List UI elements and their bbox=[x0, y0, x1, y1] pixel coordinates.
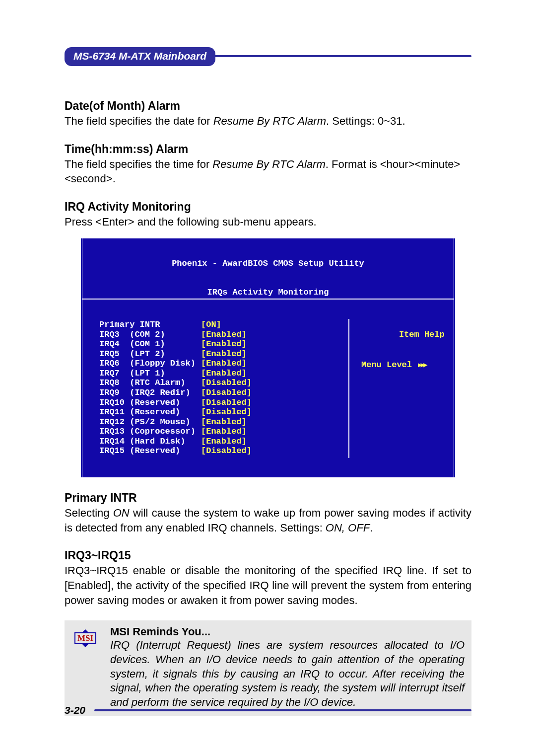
page-number: 3-20 bbox=[65, 704, 85, 716]
section-title-irq-range: IRQ3~IRQ15 bbox=[65, 549, 471, 562]
bios-row-label: IRQ8 (RTC Alarm) bbox=[99, 378, 201, 388]
reminder-box: MSI MSI Reminds You... IRQ (Interrupt Re… bbox=[65, 620, 471, 716]
section-title-primary-intr: Primary INTR bbox=[65, 491, 471, 505]
bios-panel: Phoenix - AwardBIOS CMOS Setup Utility I… bbox=[80, 238, 456, 477]
section-text-time-alarm: The field specifies the time for Resume … bbox=[65, 157, 471, 186]
section-text-primary-intr: Selecting ON will cause the system to wa… bbox=[65, 506, 471, 535]
bios-row: IRQ3 (COM 2)[Enabled] bbox=[99, 330, 348, 340]
bios-row: IRQ11 (Reserved)[Disabled] bbox=[99, 407, 348, 417]
section-text-irq-monitoring: Press <Enter> and the following sub-menu… bbox=[65, 215, 471, 229]
header-tab: MS-6734 M-ATX Mainboard bbox=[65, 47, 215, 66]
bios-row-value: [ON] bbox=[201, 320, 221, 329]
bios-row-label: IRQ5 (LPT 2) bbox=[99, 349, 201, 359]
bios-row-label: IRQ7 (LPT 1) bbox=[99, 369, 201, 378]
bios-row-label: IRQ10 (Reserved) bbox=[99, 398, 201, 408]
bios-title: Phoenix - AwardBIOS CMOS Setup Utility bbox=[82, 258, 454, 269]
bios-row: IRQ7 (LPT 1)[Enabled] bbox=[99, 369, 348, 378]
bios-row-label: IRQ11 (Reserved) bbox=[99, 407, 201, 417]
bios-row-value: [Enabled] bbox=[201, 349, 247, 359]
bios-row-label: IRQ12 (PS/2 Mouse) bbox=[99, 417, 201, 427]
page-footer: 3-20 bbox=[65, 704, 471, 716]
bios-row: IRQ4 (COM 1)[Enabled] bbox=[99, 339, 348, 349]
bios-row-value: [Enabled] bbox=[201, 417, 247, 427]
bios-row: IRQ12 (PS/2 Mouse)[Enabled] bbox=[99, 417, 348, 427]
bios-row: IRQ6 (Floppy Disk)[Enabled] bbox=[99, 359, 348, 369]
bios-row-value: [Disabled] bbox=[201, 378, 252, 387]
bios-row-value: [Enabled] bbox=[201, 339, 247, 349]
bios-row: Primary INTR[ON] bbox=[99, 320, 348, 330]
bios-row-value: [Enabled] bbox=[201, 369, 247, 378]
bios-help-panel: Item Help Menu Level▶▶▶ bbox=[349, 319, 454, 458]
bios-row-label: IRQ15 (Reserved) bbox=[99, 446, 201, 456]
bios-row: IRQ9 (IRQ2 Redir)[Disabled] bbox=[99, 388, 348, 398]
bios-help-title: Item Help bbox=[399, 330, 445, 339]
msi-logo-icon: MSI bbox=[71, 625, 99, 709]
bios-row-value: [Disabled] bbox=[201, 446, 252, 455]
bios-row-value: [Disabled] bbox=[201, 407, 252, 417]
bios-row: IRQ15 (Reserved)[Disabled] bbox=[99, 446, 348, 456]
section-title-irq-monitoring: IRQ Activity Monitoring bbox=[65, 200, 471, 214]
bios-subtitle: IRQs Activity Monitoring bbox=[82, 288, 454, 300]
section-title-time-alarm: Time(hh:mm:ss) Alarm bbox=[65, 143, 471, 156]
page-header: MS-6734 M-ATX Mainboard bbox=[65, 47, 471, 67]
bios-row-label: IRQ13 (Coprocessor) bbox=[99, 427, 201, 437]
bios-row: IRQ5 (LPT 2)[Enabled] bbox=[99, 349, 348, 359]
bios-row-label: IRQ4 (COM 1) bbox=[99, 339, 201, 349]
bios-row: IRQ13 (Coprocessor)[Enabled] bbox=[99, 427, 348, 437]
bios-row: IRQ8 (RTC Alarm)[Disabled] bbox=[99, 378, 348, 388]
section-text-date-alarm: The field specifies the date for Resume … bbox=[65, 114, 471, 129]
bios-row: IRQ10 (Reserved)[Disabled] bbox=[99, 398, 348, 408]
bios-row-label: IRQ6 (Floppy Disk) bbox=[99, 359, 201, 369]
bios-row: IRQ14 (Hard Disk)[Enabled] bbox=[99, 437, 348, 447]
bios-row-label: IRQ14 (Hard Disk) bbox=[99, 437, 201, 447]
section-text-irq-range: IRQ3~IRQ15 enable or disable the monitor… bbox=[65, 563, 471, 607]
bios-row-label: IRQ3 (COM 2) bbox=[99, 330, 201, 340]
bios-row-value: [Enabled] bbox=[201, 330, 247, 339]
bios-row-value: [Enabled] bbox=[201, 427, 247, 436]
section-title-date-alarm: Date(of Month) Alarm bbox=[65, 99, 471, 113]
triangle-icon: ▶▶▶ bbox=[418, 361, 426, 369]
bios-row-value: [Disabled] bbox=[201, 398, 252, 407]
footer-rule bbox=[94, 709, 471, 711]
bios-row-value: [Enabled] bbox=[201, 437, 247, 446]
bios-settings-list: Primary INTR[ON]IRQ3 (COM 2)[Enabled]IRQ… bbox=[82, 319, 349, 458]
bios-menu-level: Menu Level▶▶▶ bbox=[349, 360, 454, 370]
bios-row-value: [Enabled] bbox=[201, 359, 247, 368]
reminder-text: IRQ (Interrupt Request) lines are system… bbox=[110, 638, 465, 709]
reminder-title: MSI Reminds You... bbox=[110, 625, 465, 638]
bios-row-value: [Disabled] bbox=[201, 388, 252, 397]
bios-row-label: Primary INTR bbox=[99, 320, 201, 330]
bios-row-label: IRQ9 (IRQ2 Redir) bbox=[99, 388, 201, 398]
